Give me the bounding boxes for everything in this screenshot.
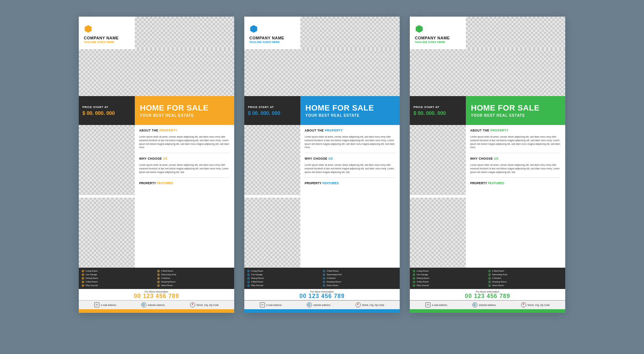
side-images: [244, 125, 300, 268]
email-icon: ✉: [94, 302, 99, 307]
side-images: [79, 125, 135, 268]
feature-bullet: [157, 270, 160, 272]
feature-label: Store Room: [327, 284, 338, 286]
top-image-placeholder: [300, 17, 400, 49]
price-section: PRICE START AT $ 00. 000. 000: [244, 96, 300, 125]
feature-item: Play Ground: [82, 284, 156, 287]
feature-bullet: [247, 284, 250, 287]
website-text: website address: [313, 304, 330, 306]
feature-item: Play Ground: [413, 284, 487, 287]
contact-email: ✉ e-mail address: [425, 302, 447, 307]
company-tagline: TAGLINE GOES HERE: [249, 40, 296, 44]
feature-item: 3 Bed Room: [82, 281, 156, 283]
feature-bullet-inner: [489, 278, 490, 279]
flyer-main-content: ABOUT THE PROPERTY Lorem ipsum dolor sit…: [244, 125, 400, 268]
feature-bullet-inner: [489, 285, 490, 286]
contact-website: 🌐 website address: [472, 302, 496, 307]
company-name: COMPANY NAME: [249, 36, 296, 40]
feature-item: 2 Bed Room: [157, 270, 231, 272]
side-image-bottom: [79, 198, 135, 268]
features-col-2: 2 Bed Room Swimming Pool 2 Kitc: [323, 270, 397, 287]
email-icon: ✉: [260, 302, 265, 307]
feature-bullet: [488, 284, 491, 287]
feature-bullet: [323, 270, 325, 272]
phone-number: 00 123 456 789: [410, 293, 565, 299]
banner: PRICE START AT $ 00. 000. 000 HOME FOR S…: [244, 96, 400, 125]
about-heading: ABOUT THE PROPERTY: [305, 129, 395, 132]
feature-bullet: [247, 281, 250, 283]
feature-item: Drawing Room: [323, 281, 397, 283]
feature-label: Drawing Room: [161, 281, 176, 283]
feature-label: 2 Kitchen: [327, 277, 336, 279]
feature-label: 2 Kitchen: [492, 277, 501, 279]
phone-number: 00 123 456 789: [79, 293, 234, 299]
feature-bullet: [247, 270, 250, 272]
contact-email: ✉ e-mail address: [260, 302, 282, 307]
feature-item: Drawing Room: [157, 281, 231, 283]
why-heading: WHY CHOOSE US: [305, 157, 395, 160]
feature-bullet-inner: [82, 281, 83, 282]
feature-bullet: [488, 281, 491, 283]
features-col-2: 2 Bed Room Swimming Pool 2 Kitc: [157, 270, 231, 287]
email-text: e-mail address: [101, 304, 116, 306]
feature-bullet-inner: [82, 271, 83, 272]
feature-item: Swimming Pool: [157, 273, 231, 276]
price-section: PRICE START AT $ 00. 000. 000: [79, 96, 135, 125]
company-logo-icon: [249, 25, 259, 34]
logo-area: COMPANY NAME TAGLINE GOES HERE: [79, 17, 135, 49]
flyers-row: COMPANY NAME TAGLINE GOES HERE PRICE STA…: [0, 17, 644, 313]
feature-label: Swimming Pool: [492, 273, 507, 276]
feature-label: Play Ground: [417, 284, 429, 286]
address-text: Street, City, Zip Code: [528, 304, 550, 306]
flyer-top-row: COMPANY NAME TAGLINE GOES HERE: [244, 17, 400, 49]
mid-image-right: [135, 49, 234, 96]
feature-bullet-inner: [323, 278, 325, 279]
feature-bullet: [413, 277, 415, 280]
location-icon: 📍: [190, 302, 195, 307]
company-name: COMPANY NAME: [415, 36, 461, 40]
feature-bullet-inner: [323, 285, 325, 286]
home-for-sale-banner: HOME FOR SALE YOUR BEST REAL ESTATE: [466, 96, 565, 125]
feature-bullet: [157, 273, 160, 276]
home-for-sale-title: HOME FOR SALE: [140, 104, 229, 112]
logo-area: COMPANY NAME TAGLINE GOES HERE: [410, 17, 466, 49]
feature-label: 2 Bed Room: [161, 270, 173, 272]
feature-bullet: [157, 284, 160, 287]
feature-item: 2 Kitchen: [323, 277, 397, 280]
banner: PRICE START AT $ 00. 000. 000 HOME FOR S…: [79, 96, 234, 125]
feature-label: Dining Room: [251, 277, 264, 279]
feature-item: Store Room: [323, 284, 397, 287]
divider-2: [139, 177, 230, 178]
company-logo-icon: [84, 25, 93, 34]
for-more-label: For More Information: [79, 290, 234, 293]
for-more-label: For More Information: [244, 290, 400, 293]
features-heading: PROPERTY FEATURES: [139, 181, 230, 185]
footer: For More Information 00 123 456 789 ✉ e-…: [410, 289, 565, 313]
website-text: website address: [148, 304, 165, 306]
feature-bullet-inner: [248, 274, 249, 275]
feature-bullet: [323, 273, 325, 276]
for-more-label: For More Information: [410, 290, 565, 293]
feature-item: Store Room: [157, 284, 231, 287]
feature-bullet: [413, 281, 415, 283]
features-col-2: 2 Bed Room Swimming Pool 2 Kitc: [488, 270, 562, 287]
feature-item: Play Ground: [247, 284, 321, 287]
feature-item: 3 Bed Room: [247, 281, 321, 283]
top-image-placeholder: [466, 17, 565, 49]
logo-area: COMPANY NAME TAGLINE GOES HERE: [244, 17, 300, 49]
your-best-subtitle: YOUR BEST REAL ESTATE: [305, 113, 395, 117]
feature-bullet-inner: [158, 281, 159, 282]
contact-website: 🌐 website address: [141, 302, 165, 307]
feature-bullet: [413, 270, 415, 272]
your-best-subtitle: YOUR BEST REAL ESTATE: [471, 113, 560, 117]
home-for-sale-banner: HOME FOR SALE YOUR BEST REAL ESTATE: [300, 96, 400, 125]
svg-marker-0: [85, 25, 91, 33]
feature-item: Car Garage: [413, 273, 487, 276]
top-image-placeholder: [135, 17, 234, 49]
feature-item: Living Room: [247, 270, 321, 272]
text-content-area: ABOUT THE PROPERTY Lorem ipsum dolor sit…: [135, 125, 234, 268]
feature-bullet-inner: [489, 271, 490, 272]
feature-item: 2 Bed Room: [323, 270, 397, 272]
feature-label: Car Garage: [86, 273, 97, 276]
feature-item: 3 Bed Room: [413, 281, 487, 283]
